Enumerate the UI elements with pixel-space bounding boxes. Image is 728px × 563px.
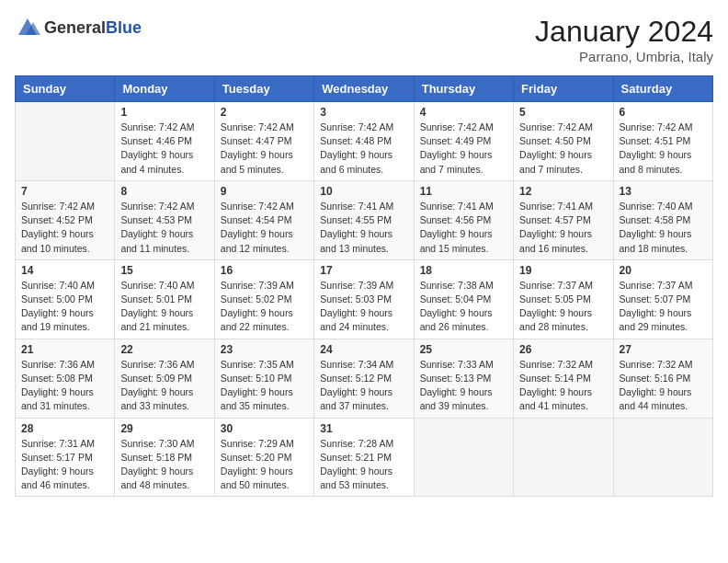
- calendar-week-row: 28Sunrise: 7:31 AMSunset: 5:17 PMDayligh…: [16, 418, 713, 497]
- day-info: Sunrise: 7:42 AMSunset: 4:50 PMDaylight:…: [519, 121, 607, 177]
- day-info: Sunrise: 7:40 AMSunset: 5:00 PMDaylight:…: [21, 279, 108, 335]
- calendar-cell: 18Sunrise: 7:38 AMSunset: 5:04 PMDayligh…: [414, 259, 513, 339]
- calendar-cell: 28Sunrise: 7:31 AMSunset: 5:17 PMDayligh…: [16, 418, 115, 497]
- day-number: 25: [420, 343, 507, 356]
- title-area: January 2024 Parrano, Umbria, Italy: [535, 15, 713, 64]
- weekday-header-wednesday: Wednesday: [314, 76, 414, 102]
- calendar-cell: 20Sunrise: 7:37 AMSunset: 5:07 PMDayligh…: [613, 259, 712, 339]
- day-number: 4: [420, 106, 507, 119]
- day-number: 21: [21, 343, 108, 356]
- calendar-week-row: 21Sunrise: 7:36 AMSunset: 5:08 PMDayligh…: [16, 339, 713, 418]
- day-info: Sunrise: 7:42 AMSunset: 4:49 PMDaylight:…: [420, 121, 507, 177]
- calendar-cell: 11Sunrise: 7:41 AMSunset: 4:56 PMDayligh…: [414, 180, 513, 259]
- day-number: 18: [420, 264, 507, 277]
- day-number: 19: [519, 264, 607, 277]
- calendar-week-row: 14Sunrise: 7:40 AMSunset: 5:00 PMDayligh…: [16, 259, 713, 339]
- day-info: Sunrise: 7:42 AMSunset: 4:51 PMDaylight:…: [620, 121, 707, 177]
- calendar-week-row: 7Sunrise: 7:42 AMSunset: 4:52 PMDaylight…: [16, 180, 713, 259]
- calendar-cell: 16Sunrise: 7:39 AMSunset: 5:02 PMDayligh…: [214, 259, 313, 339]
- calendar-cell: 2Sunrise: 7:42 AMSunset: 4:47 PMDaylight…: [214, 102, 313, 181]
- calendar-table: SundayMondayTuesdayWednesdayThursdayFrid…: [15, 75, 713, 497]
- calendar-cell: 26Sunrise: 7:32 AMSunset: 5:14 PMDayligh…: [514, 339, 613, 418]
- calendar-cell: 19Sunrise: 7:37 AMSunset: 5:05 PMDayligh…: [514, 259, 613, 339]
- day-number: 16: [221, 264, 308, 277]
- day-info: Sunrise: 7:42 AMSunset: 4:47 PMDaylight:…: [221, 121, 308, 177]
- day-number: 31: [320, 422, 407, 435]
- calendar-cell: 12Sunrise: 7:41 AMSunset: 4:57 PMDayligh…: [514, 180, 613, 259]
- logo-general: General: [44, 18, 106, 37]
- day-info: Sunrise: 7:42 AMSunset: 4:46 PMDaylight:…: [120, 121, 208, 177]
- calendar-cell: 3Sunrise: 7:42 AMSunset: 4:48 PMDaylight…: [314, 102, 414, 181]
- day-info: Sunrise: 7:41 AMSunset: 4:57 PMDaylight:…: [519, 200, 607, 256]
- day-number: 13: [620, 185, 707, 198]
- calendar-cell: 30Sunrise: 7:29 AMSunset: 5:20 PMDayligh…: [214, 418, 313, 497]
- logo-blue: Blue: [106, 18, 142, 37]
- day-info: Sunrise: 7:32 AMSunset: 5:16 PMDaylight:…: [620, 358, 707, 414]
- day-number: 8: [120, 185, 208, 198]
- calendar-cell: [613, 418, 712, 497]
- day-info: Sunrise: 7:34 AMSunset: 5:12 PMDaylight:…: [320, 358, 407, 414]
- calendar-cell: 22Sunrise: 7:36 AMSunset: 5:09 PMDayligh…: [115, 339, 214, 418]
- day-info: Sunrise: 7:29 AMSunset: 5:20 PMDaylight:…: [221, 437, 308, 493]
- weekday-header-tuesday: Tuesday: [214, 76, 313, 102]
- day-number: 30: [221, 422, 308, 435]
- day-info: Sunrise: 7:41 AMSunset: 4:56 PMDaylight:…: [420, 200, 507, 256]
- day-info: Sunrise: 7:41 AMSunset: 4:55 PMDaylight:…: [320, 200, 407, 256]
- day-number: 24: [320, 343, 407, 356]
- day-info: Sunrise: 7:42 AMSunset: 4:54 PMDaylight:…: [221, 200, 308, 256]
- day-info: Sunrise: 7:28 AMSunset: 5:21 PMDaylight:…: [320, 437, 407, 493]
- day-number: 12: [519, 185, 607, 198]
- weekday-header-sunday: Sunday: [16, 76, 115, 102]
- day-number: 15: [120, 264, 208, 277]
- month-title: January 2024: [535, 15, 713, 49]
- day-number: 23: [221, 343, 308, 356]
- day-info: Sunrise: 7:42 AMSunset: 4:52 PMDaylight:…: [21, 200, 108, 256]
- day-number: 6: [620, 106, 707, 119]
- day-number: 2: [221, 106, 308, 119]
- day-number: 11: [420, 185, 507, 198]
- weekday-header-friday: Friday: [514, 76, 613, 102]
- calendar-cell: 21Sunrise: 7:36 AMSunset: 5:08 PMDayligh…: [16, 339, 115, 418]
- logo: GeneralBlue: [15, 15, 142, 40]
- calendar-cell: 1Sunrise: 7:42 AMSunset: 4:46 PMDaylight…: [115, 102, 214, 181]
- page-header: GeneralBlue January 2024 Parrano, Umbria…: [15, 15, 713, 64]
- day-info: Sunrise: 7:42 AMSunset: 4:53 PMDaylight:…: [120, 200, 208, 256]
- day-info: Sunrise: 7:39 AMSunset: 5:03 PMDaylight:…: [320, 279, 407, 335]
- calendar-cell: 9Sunrise: 7:42 AMSunset: 4:54 PMDaylight…: [214, 180, 313, 259]
- calendar-cell: 8Sunrise: 7:42 AMSunset: 4:53 PMDaylight…: [115, 180, 214, 259]
- calendar-cell: 15Sunrise: 7:40 AMSunset: 5:01 PMDayligh…: [115, 259, 214, 339]
- calendar-week-row: 1Sunrise: 7:42 AMSunset: 4:46 PMDaylight…: [16, 102, 713, 181]
- weekday-header-thursday: Thursday: [414, 76, 513, 102]
- calendar-cell: 29Sunrise: 7:30 AMSunset: 5:18 PMDayligh…: [115, 418, 214, 497]
- location-title: Parrano, Umbria, Italy: [535, 49, 713, 64]
- calendar-cell: 25Sunrise: 7:33 AMSunset: 5:13 PMDayligh…: [414, 339, 513, 418]
- calendar-cell: 24Sunrise: 7:34 AMSunset: 5:12 PMDayligh…: [314, 339, 414, 418]
- day-number: 20: [620, 264, 707, 277]
- day-number: 5: [519, 106, 607, 119]
- calendar-cell: 27Sunrise: 7:32 AMSunset: 5:16 PMDayligh…: [613, 339, 712, 418]
- day-info: Sunrise: 7:31 AMSunset: 5:17 PMDaylight:…: [21, 437, 108, 493]
- logo-text: GeneralBlue: [44, 18, 142, 38]
- calendar-cell: 23Sunrise: 7:35 AMSunset: 5:10 PMDayligh…: [214, 339, 313, 418]
- day-info: Sunrise: 7:32 AMSunset: 5:14 PMDaylight:…: [519, 358, 607, 414]
- day-number: 22: [120, 343, 208, 356]
- day-info: Sunrise: 7:39 AMSunset: 5:02 PMDaylight:…: [221, 279, 308, 335]
- weekday-header-row: SundayMondayTuesdayWednesdayThursdayFrid…: [16, 76, 713, 102]
- day-number: 1: [120, 106, 208, 119]
- calendar-cell: 31Sunrise: 7:28 AMSunset: 5:21 PMDayligh…: [314, 418, 414, 497]
- day-number: 27: [620, 343, 707, 356]
- day-info: Sunrise: 7:37 AMSunset: 5:07 PMDaylight:…: [620, 279, 707, 335]
- day-info: Sunrise: 7:42 AMSunset: 4:48 PMDaylight:…: [320, 121, 407, 177]
- day-number: 3: [320, 106, 407, 119]
- weekday-header-saturday: Saturday: [613, 76, 712, 102]
- calendar-cell: 14Sunrise: 7:40 AMSunset: 5:00 PMDayligh…: [16, 259, 115, 339]
- day-info: Sunrise: 7:30 AMSunset: 5:18 PMDaylight:…: [120, 437, 208, 493]
- day-number: 9: [221, 185, 308, 198]
- day-info: Sunrise: 7:36 AMSunset: 5:09 PMDaylight:…: [120, 358, 208, 414]
- logo-icon: [15, 15, 40, 40]
- day-number: 26: [519, 343, 607, 356]
- calendar-cell: 13Sunrise: 7:40 AMSunset: 4:58 PMDayligh…: [613, 180, 712, 259]
- day-number: 17: [320, 264, 407, 277]
- day-number: 14: [21, 264, 108, 277]
- day-number: 29: [120, 422, 208, 435]
